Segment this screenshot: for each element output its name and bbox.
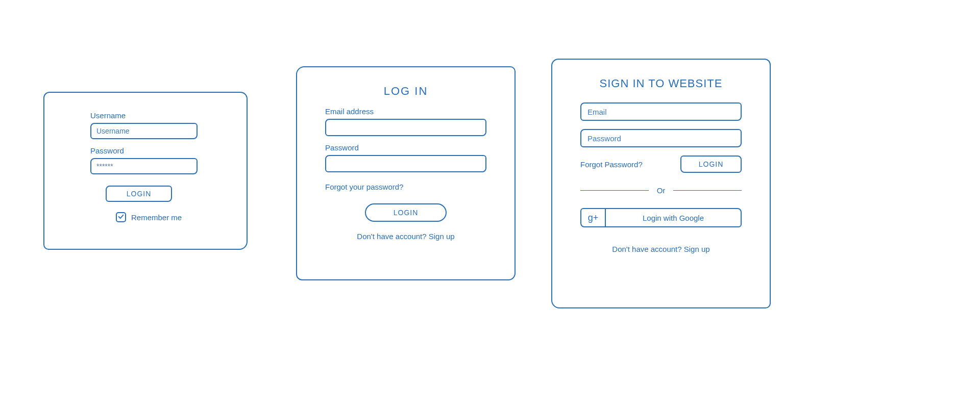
password-input[interactable]	[90, 158, 198, 174]
remember-me-checkbox[interactable]	[116, 212, 126, 222]
signup-link[interactable]: Don't have account? Sign up	[325, 232, 486, 241]
forgot-password-link[interactable]: Forgot your password?	[325, 183, 486, 191]
username-input[interactable]	[90, 123, 198, 139]
username-label: Username	[90, 111, 221, 120]
divider-line-right	[673, 190, 742, 191]
signin-title: SIGN IN TO WEBSITE	[580, 77, 742, 90]
divider-label: Or	[657, 186, 666, 195]
signup-link[interactable]: Don't have account? Sign up	[580, 245, 742, 253]
google-plus-icon: g+	[581, 209, 606, 226]
email-input[interactable]	[325, 119, 486, 136]
login-card-social: SIGN IN TO WEBSITE Forgot Password? LOGI…	[551, 59, 771, 308]
login-card-email: LOG IN Email address Password Forgot you…	[296, 66, 516, 280]
remember-me-label: Remember me	[131, 213, 182, 222]
email-label: Email address	[325, 107, 486, 116]
email-input[interactable]	[580, 102, 742, 121]
password-input[interactable]	[580, 129, 742, 147]
password-label: Password	[325, 143, 486, 152]
login-button[interactable]: LOGIN	[106, 186, 172, 202]
divider-line-left	[580, 190, 649, 191]
google-button-label: Login with Google	[606, 209, 741, 226]
login-title: LOG IN	[325, 85, 486, 98]
login-button[interactable]: LOGIN	[365, 203, 447, 222]
check-icon	[117, 213, 125, 222]
login-card-basic: Username Password LOGIN Remember me	[43, 92, 248, 250]
forgot-password-link[interactable]: Forgot Password?	[580, 160, 643, 169]
login-button[interactable]: LOGIN	[680, 155, 742, 173]
login-with-google-button[interactable]: g+ Login with Google	[580, 208, 742, 227]
password-label: Password	[90, 146, 221, 155]
password-input[interactable]	[325, 155, 486, 172]
divider: Or	[580, 186, 742, 195]
